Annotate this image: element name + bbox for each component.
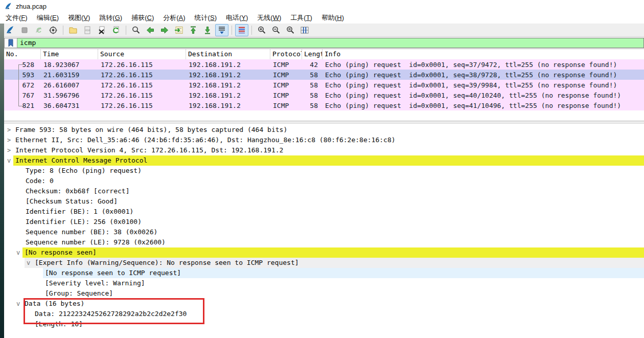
- column-header-no[interactable]: No.: [4, 49, 41, 59]
- toolbar-separator: [63, 26, 63, 35]
- detail-row-frame[interactable]: >Frame 593: 58 bytes on wire (464 bits),…: [4, 125, 644, 135]
- find-packet-icon[interactable]: [129, 24, 143, 36]
- bookmark-icon: [7, 39, 14, 47]
- menu-bar: 文件(F) 编辑(E) 视图(V) 跳转(G) 捕获(C) 分析(A) 统计(S…: [0, 12, 644, 24]
- detail-row-identifier-be[interactable]: Identifier (BE): 1 (0x0001): [4, 207, 644, 217]
- detail-row-type[interactable]: Type: 8 (Echo (ping) request): [4, 166, 644, 176]
- zoom-reset-icon[interactable]: [284, 24, 297, 36]
- close-file-icon[interactable]: [95, 24, 108, 36]
- zoom-in-icon[interactable]: [255, 24, 268, 36]
- packet-row[interactable]: 672 26.616007 172.26.16.115 192.168.191.…: [4, 80, 644, 90]
- colorize-packets-icon[interactable]: [235, 24, 248, 36]
- window-title: zhua.pcap: [16, 3, 47, 10]
- chevron-right-icon[interactable]: >: [7, 125, 11, 135]
- go-first-packet-icon[interactable]: [187, 24, 200, 36]
- column-header-info[interactable]: Info: [323, 49, 644, 59]
- open-file-icon[interactable]: [66, 24, 80, 36]
- detail-row-checksum[interactable]: Checksum: 0xb68f [correct]: [4, 186, 644, 196]
- column-header-protocol[interactable]: Protocol: [270, 49, 302, 59]
- detail-row-expert-message[interactable]: [No response seen to ICMP request]: [4, 268, 644, 278]
- main-toolbar: 010: [0, 24, 644, 37]
- detail-row-icmp[interactable]: vInternet Control Message Protocol: [4, 155, 644, 166]
- restart-capture-icon[interactable]: [32, 24, 45, 36]
- chevron-down-icon[interactable]: v: [7, 155, 11, 166]
- detail-row-ethernet[interactable]: >Ethernet II, Src: Dell_35:a6:46 (24:b6:…: [4, 135, 644, 145]
- pane-splitter[interactable]: [4, 121, 644, 124]
- column-header-time[interactable]: Time: [41, 49, 98, 59]
- chevron-down-icon[interactable]: v: [27, 258, 30, 268]
- menu-file[interactable]: 文件(F): [1, 12, 32, 24]
- chevron-right-icon[interactable]: >: [7, 145, 11, 155]
- packet-row-selected[interactable]: 593 21.603159 172.26.16.115 192.168.191.…: [4, 70, 644, 80]
- toolbar-separator: [232, 26, 232, 35]
- go-forward-icon[interactable]: [158, 24, 171, 36]
- packet-row[interactable]: 528 18.923067 172.26.16.115 192.168.191.…: [4, 59, 644, 70]
- auto-scroll-icon[interactable]: [215, 24, 228, 36]
- toolbar-separator: [251, 26, 252, 35]
- detail-row-group[interactable]: [Group: Sequence]: [4, 288, 644, 299]
- display-filter-input[interactable]: [17, 38, 644, 48]
- detail-row-seq-be[interactable]: Sequence number (BE): 38 (0x0026): [4, 227, 644, 237]
- zoom-out-icon[interactable]: [269, 24, 283, 36]
- detail-row-no-response-seen[interactable]: v[No response seen]: [4, 247, 644, 258]
- related-packets-bracket: [18, 64, 23, 106]
- desktop-background-strip: [0, 24, 4, 338]
- detail-row-seq-le[interactable]: Sequence number (LE): 9728 (0x2600): [4, 237, 644, 247]
- column-header-source[interactable]: Source: [98, 49, 186, 59]
- title-bar: zhua.pcap: [0, 0, 644, 12]
- menu-view[interactable]: 视图(V): [63, 12, 95, 24]
- stop-capture-icon[interactable]: [18, 24, 31, 36]
- go-back-icon[interactable]: [144, 24, 157, 36]
- detail-row-code[interactable]: Code: 0: [4, 176, 644, 186]
- detail-row-severity[interactable]: [Severity level: Warning]: [4, 278, 644, 288]
- highlight-band: [22, 247, 644, 258]
- menu-statistics[interactable]: 统计(S): [190, 12, 221, 24]
- chevron-down-icon[interactable]: v: [16, 299, 20, 309]
- packet-row[interactable]: 767 31.596796 172.26.16.115 192.168.191.…: [4, 90, 644, 100]
- packet-row[interactable]: 821 36.604731 172.26.16.115 192.168.191.…: [4, 100, 644, 110]
- menu-capture[interactable]: 捕获(C): [127, 12, 158, 24]
- menu-help[interactable]: 帮助(H): [317, 12, 349, 24]
- red-annotation-box: [24, 298, 204, 324]
- menu-analyze[interactable]: 分析(A): [158, 12, 190, 24]
- packet-list-header: No. Time Source Destination Protocol Len…: [4, 49, 644, 60]
- detail-row-expert-info[interactable]: v[Expert Info (Warning/Sequence): No res…: [4, 258, 644, 268]
- detail-row-identifier-le[interactable]: Identifier (LE): 256 (0x0100): [4, 217, 644, 227]
- reload-file-icon[interactable]: [109, 24, 123, 36]
- menu-telephony[interactable]: 电话(Y): [221, 12, 252, 24]
- wireshark-logo-icon: [4, 2, 12, 10]
- go-to-packet-icon[interactable]: [172, 24, 186, 36]
- menu-go[interactable]: 跳转(G): [95, 12, 127, 24]
- detail-row-checksum-status[interactable]: [Checksum Status: Good]: [4, 196, 644, 207]
- svg-text:010: 010: [85, 29, 90, 32]
- toolbar-separator: [126, 26, 126, 35]
- start-capture-icon[interactable]: [4, 24, 17, 36]
- column-header-destination[interactable]: Destination: [186, 49, 270, 59]
- column-header-length[interactable]: Length: [302, 49, 323, 59]
- menu-edit[interactable]: 编辑(E): [32, 12, 63, 24]
- save-file-icon[interactable]: 010: [81, 24, 94, 36]
- go-last-packet-icon[interactable]: [201, 24, 214, 36]
- detail-row-ip[interactable]: >Internet Protocol Version 4, Src: 172.2…: [4, 145, 644, 155]
- packet-list-pane: 528 18.923067 172.26.16.115 192.168.191.…: [4, 59, 644, 110]
- resize-columns-icon[interactable]: [298, 24, 311, 36]
- filter-bookmark-button[interactable]: [4, 38, 17, 48]
- capture-options-icon[interactable]: [47, 24, 60, 36]
- menu-tools[interactable]: 工具(T): [286, 12, 317, 24]
- chevron-down-icon[interactable]: v: [16, 247, 20, 258]
- filter-bar: [0, 37, 644, 49]
- chevron-right-icon[interactable]: >: [7, 135, 11, 145]
- menu-wireless[interactable]: 无线(W): [252, 12, 286, 24]
